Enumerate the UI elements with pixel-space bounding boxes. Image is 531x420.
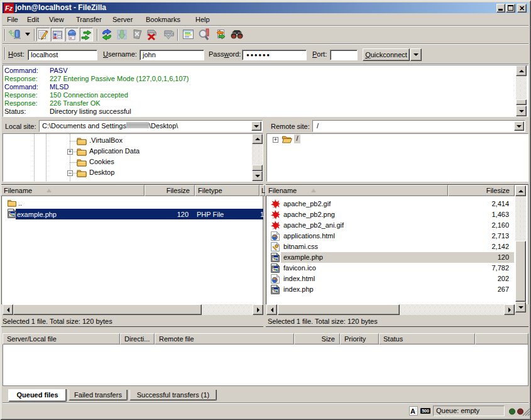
svg-text:Fz: Fz (5, 4, 13, 12)
